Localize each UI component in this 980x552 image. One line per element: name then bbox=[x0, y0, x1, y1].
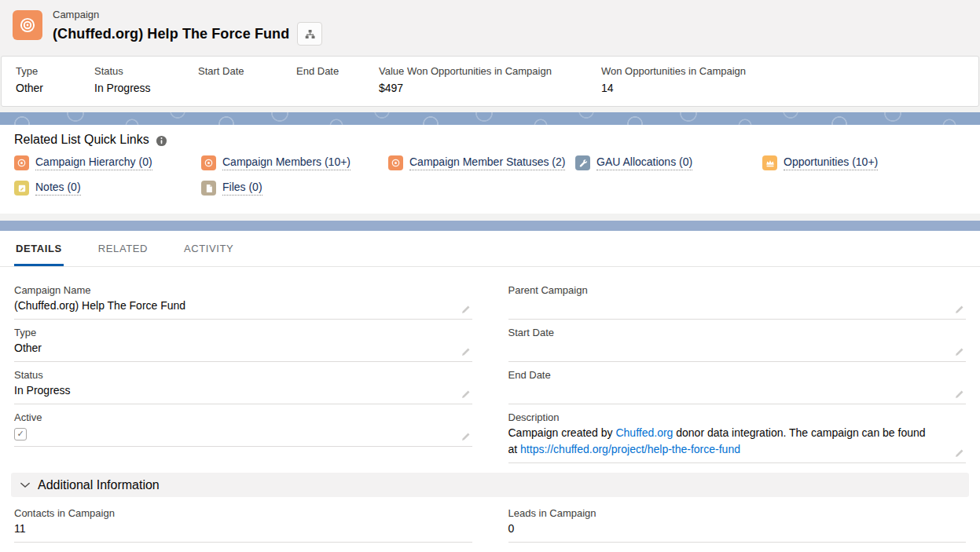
header-text: Campaign (Chuffed.org) Help The Force Fu… bbox=[53, 9, 322, 46]
highlight-field-won-opportunities: Won Opportunities in Campaign 14 bbox=[601, 64, 755, 96]
edit-pencil-icon[interactable] bbox=[461, 305, 471, 315]
highlight-field-end-date: End Date bbox=[296, 64, 379, 96]
edit-pencil-icon[interactable] bbox=[461, 389, 471, 400]
campaign-url-link[interactable]: https://chuffed.org/project/help-the-for… bbox=[520, 443, 740, 455]
entity-label: Campaign bbox=[53, 9, 322, 20]
field-status: Status In Progress bbox=[14, 368, 472, 404]
additional-information-form: Contacts in Campaign 11 Responses in Cam… bbox=[0, 497, 980, 552]
quick-link-campaign-member-statuses[interactable]: Campaign Member Statuses (2) bbox=[388, 155, 565, 170]
record-tabs: DETAILS RELATED ACTIVITY bbox=[0, 231, 980, 267]
related-list-quick-links-card: Related List Quick Links Campaign Hierar… bbox=[0, 125, 980, 214]
highlight-field-start-date: Start Date bbox=[198, 64, 296, 96]
description-text: Campaign created by Chuffed.org donor da… bbox=[508, 425, 967, 458]
campaign-icon bbox=[201, 155, 216, 170]
tab-related[interactable]: RELATED bbox=[97, 231, 149, 266]
info-icon[interactable] bbox=[156, 135, 167, 147]
record-header: Campaign (Chuffed.org) Help The Force Fu… bbox=[0, 0, 980, 56]
field-campaign-name: Campaign Name (Chuffed.org) Help The For… bbox=[14, 283, 472, 320]
field-contacts-in-campaign: Contacts in Campaign 11 bbox=[14, 506, 472, 543]
details-left-column: Campaign Name (Chuffed.org) Help The For… bbox=[14, 277, 472, 463]
details-form: Campaign Name (Chuffed.org) Help The For… bbox=[0, 267, 980, 463]
active-checkbox[interactable]: ✓ bbox=[14, 428, 27, 441]
quick-link-notes[interactable]: Notes (0) bbox=[14, 181, 81, 196]
campaign-icon bbox=[14, 155, 29, 170]
view-hierarchy-button[interactable] bbox=[297, 22, 322, 46]
field-description: Description Campaign created by Chuffed.… bbox=[508, 411, 967, 463]
field-end-date: End Date bbox=[508, 368, 967, 404]
highlight-field-status: Status In Progress bbox=[94, 64, 198, 96]
field-converted-leads-in-campaign: Converted Leads in Campaign 0 bbox=[508, 549, 967, 552]
campaign-icon bbox=[388, 155, 403, 170]
details-right-column: Parent Campaign Start Date End Date Desc… bbox=[508, 277, 967, 463]
field-leads-in-campaign: Leads in Campaign 0 bbox=[508, 506, 967, 543]
highlight-field-value-won: Value Won Opportunities in Campaign $497 bbox=[379, 64, 601, 96]
campaign-target-icon bbox=[13, 10, 42, 40]
edit-pencil-icon[interactable] bbox=[954, 389, 964, 400]
page-title: (Chuffed.org) Help The Force Fund bbox=[53, 26, 289, 42]
file-icon bbox=[201, 181, 216, 196]
highlight-field-type: Type Other bbox=[16, 64, 94, 96]
edit-pencil-icon[interactable] bbox=[461, 347, 471, 357]
field-responses-in-campaign: Responses in Campaign 11 bbox=[14, 549, 472, 552]
tab-details[interactable]: DETAILS bbox=[14, 231, 64, 266]
highlights-panel: Type Other Status In Progress Start Date… bbox=[1, 56, 979, 107]
crown-icon bbox=[762, 155, 777, 170]
quick-link-gau-allocations[interactable]: GAU Allocations (0) bbox=[575, 155, 692, 170]
quick-links-heading: Related List Quick Links bbox=[14, 133, 149, 147]
section-title: Additional Information bbox=[38, 478, 160, 492]
brand-band-wavy bbox=[0, 112, 980, 125]
quick-link-campaign-hierarchy[interactable]: Campaign Hierarchy (0) bbox=[14, 155, 152, 170]
tab-activity[interactable]: ACTIVITY bbox=[182, 231, 235, 266]
hierarchy-icon bbox=[304, 28, 316, 40]
edit-pencil-icon[interactable] bbox=[461, 432, 471, 442]
quick-link-opportunities[interactable]: Opportunities (10+) bbox=[762, 155, 878, 170]
field-type: Type Other bbox=[14, 326, 472, 362]
brand-band-solid bbox=[0, 221, 980, 231]
edit-pencil-icon[interactable] bbox=[954, 448, 964, 459]
additional-left-column: Contacts in Campaign 11 Responses in Cam… bbox=[14, 500, 472, 552]
quick-link-files[interactable]: Files (0) bbox=[201, 181, 262, 196]
edit-pencil-icon[interactable] bbox=[954, 305, 964, 315]
additional-information-header[interactable]: Additional Information bbox=[11, 473, 969, 497]
quick-links-grid: Campaign Hierarchy (0) Campaign Members … bbox=[14, 155, 966, 196]
checkmark-icon: ✓ bbox=[17, 430, 24, 438]
note-icon bbox=[14, 181, 29, 196]
field-start-date: Start Date bbox=[508, 326, 967, 362]
edit-pencil-icon[interactable] bbox=[954, 347, 964, 357]
record-detail-card: DETAILS RELATED ACTIVITY Campaign Name (… bbox=[0, 231, 980, 552]
quick-link-campaign-members[interactable]: Campaign Members (10+) bbox=[201, 155, 351, 170]
field-parent-campaign: Parent Campaign bbox=[508, 283, 967, 320]
chevron-down-icon bbox=[20, 482, 30, 488]
field-active: Active ✓ bbox=[14, 411, 472, 447]
wrench-icon bbox=[575, 155, 590, 170]
additional-right-column: Leads in Campaign 0 Converted Leads in C… bbox=[508, 500, 967, 552]
chuffed-org-link[interactable]: Chuffed.org bbox=[615, 426, 673, 439]
